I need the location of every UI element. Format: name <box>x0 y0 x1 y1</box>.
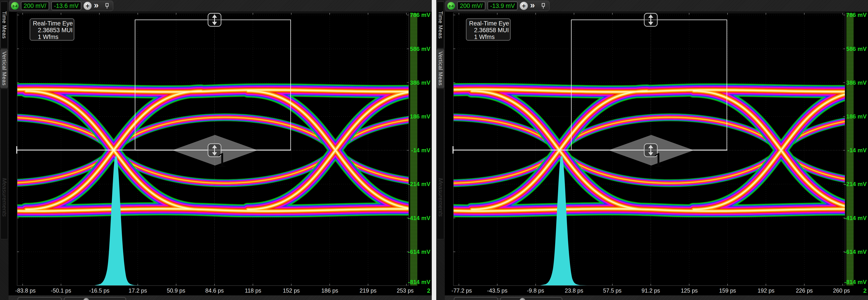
measurements-side-label: Measurements <box>1 163 8 231</box>
add-waveform-button[interactable]: + <box>84 2 92 10</box>
x-axis-label: 253 ps <box>397 288 413 294</box>
x-axis-label: -16.5 ps <box>89 288 110 294</box>
y-axis-label: 186 mV <box>832 113 867 120</box>
vertical-scale-button[interactable]: 200 mV/ <box>21 2 49 10</box>
expand-chevrons-button[interactable]: » <box>94 1 99 9</box>
tab-vertical-meas[interactable]: Vertical Meas <box>0 49 8 88</box>
x-axis-label: 260 ps <box>833 288 850 294</box>
channel-toolbar: 2-4 200 mV/ -13.6 mV + » <box>9 1 113 11</box>
x-axis-label: 186 ps <box>321 288 338 294</box>
x-axis-label: -83.8 ps <box>15 288 36 294</box>
bottom-toolbar-strip <box>445 296 868 300</box>
vertical-scale-button[interactable]: 200 mV/ <box>457 2 485 10</box>
vertical-offset-button[interactable]: -13.9 mV <box>488 2 518 10</box>
channel-badge[interactable]: 2-4 <box>447 2 455 10</box>
realtime-eye-info-box: Real-Time Eye 2.36853 MUI 1 Wfms <box>30 19 74 40</box>
info-title: Real-Time Eye <box>33 20 74 27</box>
x-axis-label: 23.8 ps <box>565 288 583 294</box>
pin-icon[interactable] <box>105 3 110 9</box>
y-axis-label: 786 mV <box>832 11 867 18</box>
info-mui-value: 2.36853 MUI <box>33 27 74 34</box>
x-axis-label: 125 ps <box>681 288 698 294</box>
x-axis-label: 57.5 ps <box>603 288 621 294</box>
x-axis-label: -50.1 ps <box>51 288 71 294</box>
y-axis-label: 786 mV <box>396 11 430 18</box>
bottom-tray-button[interactable] <box>454 297 498 300</box>
channel-badge[interactable]: 2-4 <box>11 2 19 10</box>
pin-icon[interactable] <box>541 3 546 9</box>
scope-panel-right: Time Meas Vertical Meas Measurements 2-4… <box>436 0 868 300</box>
info-mui-value: 2.36858 MUI <box>469 27 510 34</box>
y-axis-label: -14 mV <box>396 147 430 154</box>
y-axis-label: -14 mV <box>832 147 867 154</box>
y-axis-label: 586 mV <box>832 46 867 52</box>
tab-time-meas[interactable]: Time Meas <box>0 2 8 49</box>
channel-toolbar: 2-4 200 mV/ -13.9 mV + » <box>445 1 550 11</box>
x-axis-label: -9.8 ps <box>527 288 544 294</box>
vertical-offset-button[interactable]: -13.6 mV <box>51 2 82 10</box>
y-axis-label: -614 mV <box>832 248 867 255</box>
x-axis-label: 118 ps <box>245 288 261 294</box>
tab-vertical-meas[interactable]: Vertical Meas <box>437 49 444 88</box>
eye-clip-group <box>436 89 868 286</box>
x-axis-label: 50.9 ps <box>167 288 185 294</box>
add-waveform-button[interactable]: + <box>520 2 528 10</box>
y-axis-label: 586 mV <box>396 46 430 52</box>
panel-divider <box>432 0 436 300</box>
bottom-tray-button[interactable] <box>500 297 562 300</box>
y-axis-label: 186 mV <box>396 113 430 120</box>
y-axis-label: 386 mV <box>396 79 430 86</box>
y-axis-label: -814 mV <box>832 279 867 286</box>
x-axis-label: 152 ps <box>283 288 300 294</box>
x-axis-label: -43.5 ps <box>487 288 507 294</box>
x-axis-label: 219 ps <box>360 288 376 294</box>
y-axis-label: -814 mV <box>396 279 430 286</box>
bottom-tray-button[interactable] <box>18 297 62 300</box>
measurements-side-label: Measurements <box>437 163 444 231</box>
y-axis-label: -414 mV <box>832 215 867 221</box>
y-axis-label: -414 mV <box>396 215 430 221</box>
y-axis-label: -614 mV <box>396 248 430 255</box>
info-wfms-count: 1 Wfms <box>469 34 510 40</box>
bottom-toolbar-strip <box>8 296 432 300</box>
x-axis-label: 192 ps <box>757 288 774 294</box>
eye-diagram-plot <box>436 0 868 300</box>
y-axis-label: 386 mV <box>832 79 867 86</box>
x-axis-label: 84.6 ps <box>205 288 224 294</box>
x-axis-label: 91.2 ps <box>642 288 660 294</box>
expand-chevrons-button[interactable]: » <box>530 1 535 9</box>
corner-channel-number: 2 <box>854 288 867 294</box>
scope-panel-left: 1 Time Meas Vertical Meas Measurements 2… <box>0 0 432 300</box>
x-axis-label: 17.2 ps <box>128 288 147 294</box>
eye-clip-group <box>0 89 432 286</box>
corner-channel-number: 2 <box>418 288 430 294</box>
info-title: Real-Time Eye <box>469 20 510 27</box>
y-axis-label: -214 mV <box>832 181 867 187</box>
tab-time-meas[interactable]: Time Meas <box>437 2 444 49</box>
x-axis-label: 226 ps <box>796 288 813 294</box>
bottom-tray-button[interactable] <box>64 297 126 300</box>
y-axis-label: -214 mV <box>396 181 430 187</box>
eye-diagram-plot: 1 <box>0 0 432 300</box>
x-axis-label: -77.2 ps <box>452 288 472 294</box>
eye-instance-left <box>0 89 432 286</box>
realtime-eye-info-box: Real-Time Eye 2.36858 MUI 1 Wfms <box>466 19 510 40</box>
eye-instance-right <box>436 89 868 286</box>
x-axis-label: 159 ps <box>719 288 736 294</box>
info-wfms-count: 1 Wfms <box>33 34 74 40</box>
